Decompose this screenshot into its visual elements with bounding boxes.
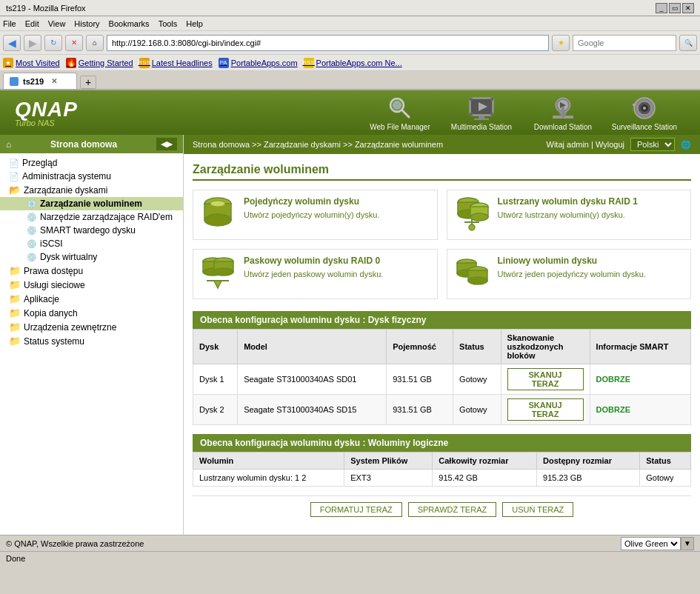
tab-ts219[interactable]: ts219 ✕ [3, 73, 77, 89]
vol-desc: Utwórz pojedyńczy wolumin(y) dysku. [244, 210, 379, 221]
folder-icon: 📁 [9, 307, 21, 318]
svg-point-21 [643, 107, 646, 110]
pa2-icon: RSS [304, 58, 314, 68]
copyright-text: © QNAP, Wszelkie prawa zastrzeżone [6, 539, 144, 548]
sidebar-item-zarzadzanie-woluminem[interactable]: 💿 Zarządzanie woluminem [0, 197, 183, 210]
app-multimedia-station[interactable]: Multimedia Station [441, 89, 522, 137]
sidebar-item-aplikacje[interactable]: 📁 Aplikacje [0, 292, 183, 306]
disk-capacity: 931.51 GB [387, 395, 453, 425]
scan-now-button-1[interactable]: SKANUJ TERAZ [507, 368, 584, 390]
menu-edit[interactable]: Edit [25, 19, 39, 28]
address-bar[interactable] [107, 35, 549, 51]
nav-label: Prawa dostępu [24, 266, 83, 276]
globe-icon: 🌐 [681, 140, 691, 150]
volume-option-raid0[interactable]: Paskowy wolumin dysku RAID 0 Utwórz jede… [193, 249, 438, 299]
stop-button[interactable]: ✕ [65, 35, 83, 51]
disk-name: Dysk 2 [193, 395, 238, 425]
disk-capacity: 931.51 GB [387, 364, 453, 395]
page-icon: 📄 [9, 158, 19, 168]
menu-help[interactable]: Help [186, 19, 203, 28]
app-surveillance-station[interactable]: Surveillance Station [604, 89, 685, 137]
nav-label: Usługi sieciowe [24, 280, 85, 290]
app-download-station[interactable]: Download Station [522, 89, 604, 137]
menu-view[interactable]: View [48, 19, 66, 28]
smart-cell: DOBRZE [590, 364, 690, 395]
col-fs: System Plików [344, 453, 433, 470]
bookmark-latest-headlines[interactable]: RSS Latest Headlines [139, 58, 213, 68]
sidebar-item-raid[interactable]: 💿 Narzędzie zarządzające RAID'em [0, 210, 183, 224]
svg-rect-8 [490, 113, 493, 116]
bookmark-star[interactable]: ★ [552, 35, 570, 51]
theme-select[interactable]: Olive Green [621, 537, 681, 550]
sidebar-collapse-button[interactable]: ◀▶ [156, 138, 177, 150]
disk-icon: 💿 [27, 213, 37, 222]
volume-option-linear[interactable]: Liniowy wolumin dysku Utwórz jeden pojed… [447, 249, 692, 299]
new-tab-button[interactable]: + [80, 76, 96, 89]
browser-status-bar: Done [0, 551, 700, 564]
close-tab-icon[interactable]: ✕ [51, 77, 57, 85]
svg-rect-5 [470, 98, 473, 101]
language-select[interactable]: Polski [630, 138, 675, 151]
disk-status: Gotowy [453, 364, 501, 395]
qnap-header: QNAP Turbo NAS Web File Manager [0, 90, 700, 135]
tab-bar: ts219 ✕ + [0, 71, 700, 90]
linear-disk-icon [453, 256, 490, 293]
home-button[interactable]: ⌂ [86, 35, 104, 51]
restore-button[interactable]: ▭ [669, 3, 681, 13]
sidebar-item-przeglad[interactable]: 📄 Przegląd [0, 156, 183, 170]
close-button[interactable]: ✕ [682, 3, 694, 13]
menu-history[interactable]: History [74, 19, 99, 28]
svg-point-2 [393, 101, 401, 109]
app-web-file-manager[interactable]: Web File Manager [359, 89, 441, 137]
vol-fs: EXT3 [344, 470, 433, 487]
nav-label: SMART twardego dysku [40, 225, 136, 236]
nav-label: iSCSI [40, 238, 63, 249]
sidebar-item-prawa-dostepu[interactable]: 📁 Prawa dostępu [0, 264, 183, 278]
app-label: Surveillance Station [612, 123, 677, 131]
pa-icon: PA [219, 58, 229, 68]
search-bar[interactable] [573, 35, 676, 51]
menu-bookmarks[interactable]: Bookmarks [109, 19, 150, 28]
main-panel: Strona domowa >> Zarządzanie dyskami >> … [184, 135, 700, 535]
back-button[interactable]: ◀ [3, 35, 21, 51]
sidebar-item-kopia-danych[interactable]: 📁 Kopia danych [0, 306, 183, 320]
sidebar-item-dysk-wirtualny[interactable]: 💿 Dysk wirtualny [0, 250, 183, 264]
menu-file[interactable]: File [3, 19, 16, 28]
volume-option-raid1[interactable]: Lustrzany wolumin dysku RAID 1 Utwórz lu… [447, 190, 692, 240]
bookmark-getting-started[interactable]: 🔥 Getting Started [66, 58, 133, 68]
svg-point-39 [214, 268, 233, 276]
disk-model: Seagate ST31000340AS SD15 [238, 395, 387, 425]
col-capacity: Pojemność [387, 330, 453, 364]
search-button[interactable]: 🔍 [679, 35, 697, 51]
status-arrow-button[interactable]: ▼ [681, 537, 694, 550]
sidebar-item-status-systemu[interactable]: 📁 Status systemu [0, 334, 183, 348]
delete-now-button[interactable]: USUŃ TERAZ [502, 502, 573, 517]
volume-option-single[interactable]: Pojedyńczy wolumin dysku Utwórz pojedyńc… [193, 190, 438, 240]
disk-icon: 💿 [27, 199, 37, 209]
minimize-button[interactable]: _ [656, 3, 667, 13]
menu-tools[interactable]: Tools [159, 19, 178, 28]
check-now-button[interactable]: SPRAWDŹ TERAZ [408, 502, 497, 517]
breadcrumb: Strona domowa >> Zarządzanie dyskami >> … [193, 140, 443, 149]
vol-title: Liniowy wolumin dysku [498, 256, 647, 266]
sidebar-item-zarzadzanie-dyskami[interactable]: 📂 Zarządzanie dyskami [0, 183, 183, 197]
sidebar-item-urzadzenia-zewnetrzne[interactable]: 📁 Urządzenia zewnętrzne [0, 320, 183, 334]
sidebar-item-smart[interactable]: 💿 SMART twardego dysku [0, 224, 183, 237]
volume-option-text: Liniowy wolumin dysku Utwórz jeden pojed… [498, 256, 647, 280]
nav-label: Przegląd [22, 158, 57, 168]
sidebar-item-uslugi-sieciowe[interactable]: 📁 Usługi sieciowe [0, 278, 183, 292]
forward-button[interactable]: ▶ [24, 35, 41, 51]
physical-section-header: Obecna konfiguracja woluminu dysku : Dys… [193, 311, 691, 329]
bookmark-portableapps2[interactable]: RSS PortableApps.com Ne... [304, 58, 402, 68]
bookmark-portableapps[interactable]: PA PortableApps.com [219, 58, 298, 68]
logical-volume-table: Wolumin System Plików Całkowity rozmiar … [193, 452, 691, 487]
svg-point-26 [210, 201, 225, 207]
bookmark-most-visited[interactable]: ★ Most Visited [3, 58, 60, 68]
format-now-button[interactable]: FORMATUJ TERAZ [310, 502, 402, 517]
scan-now-button-2[interactable]: SKANUJ TERAZ [507, 398, 584, 421]
vol-avail: 915.23 GB [537, 470, 640, 487]
sidebar-item-iscsi[interactable]: 💿 iSCSI [0, 237, 183, 250]
browser-toolbar: ◀ ▶ ↻ ✕ ⌂ ★ 🔍 [0, 31, 700, 55]
refresh-button[interactable]: ↻ [44, 35, 62, 51]
sidebar-item-administracja[interactable]: 📄 Administracja systemu [0, 170, 183, 183]
